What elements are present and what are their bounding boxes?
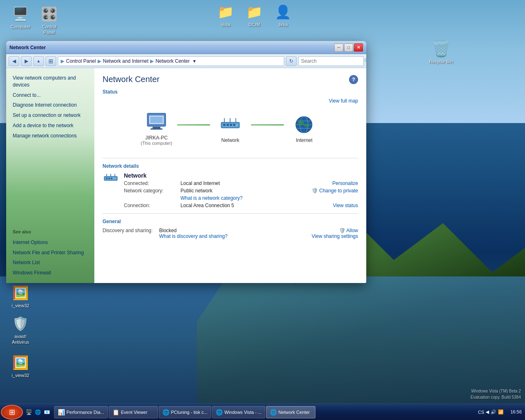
empty-cell-1 <box>271 195 358 201</box>
desktop-icon-iview2[interactable]: 🖼️ i_view32 <box>4 353 37 380</box>
desktop-icon-dcim[interactable]: 📁 DCIM <box>238 2 271 29</box>
window-title-text: Network Center <box>9 45 46 50</box>
breadcrumb-part3[interactable]: Network Center <box>155 58 189 64</box>
sidebar-link-file-printer[interactable]: Network File and Printer Sharing <box>6 248 94 258</box>
search-icon[interactable]: 🔍 <box>364 58 366 64</box>
breadcrumb-part1[interactable]: Control Panel <box>66 58 96 64</box>
personalize-link[interactable]: Personalize <box>271 180 358 186</box>
pctuning-icon: 🌐 <box>162 409 169 415</box>
back-button[interactable]: ◀ <box>9 56 19 66</box>
refresh-button[interactable]: ↻ <box>286 56 297 66</box>
breadcrumb-part2[interactable]: Network and Internet <box>103 58 148 64</box>
tray-volume[interactable]: 🔊 <box>491 409 496 415</box>
desktop-icon-recycle-bin[interactable]: 🗑️ Recycle Bin <box>425 39 457 66</box>
svg-rect-26 <box>111 178 112 179</box>
computer-icon: 🖥️ <box>12 6 29 22</box>
shield-icon-2: 🛡️ <box>339 228 345 233</box>
vista-label: vista <box>221 22 231 27</box>
start-button[interactable]: ⊞ <box>1 405 23 420</box>
connection-value: Local Area Connection 5 <box>180 203 268 208</box>
divider-1 <box>103 158 358 158</box>
taskbar-item-vista[interactable]: 🌐 Windows Vista - ... <box>212 406 265 418</box>
help-icon[interactable]: ? <box>349 75 358 84</box>
mail-btn[interactable]: 📧 <box>43 408 51 416</box>
network-task-label: Network Center <box>278 410 310 415</box>
what-is-category-link[interactable]: What is a network category? <box>180 195 268 201</box>
view-full-map-link[interactable]: View full map <box>329 98 358 104</box>
network-detail-table: Connected: Local and Internet Personaliz… <box>124 180 358 208</box>
desktop-icon-control-panel[interactable]: 🎛️ ControlPanel <box>33 4 66 37</box>
tray-icon-1: CS <box>478 410 484 415</box>
svg-rect-24 <box>106 178 107 179</box>
network-node-label: Network <box>221 137 239 143</box>
sidebar-link-diagnose[interactable]: Diagnose Internet connection <box>6 100 94 110</box>
vista-task-icon: 🌐 <box>216 409 223 415</box>
view-sharing-settings-link[interactable]: View sharing settings <box>260 233 358 239</box>
start-icon: ⊞ <box>9 408 15 417</box>
vista-task-label: Windows Vista - ... <box>224 410 262 415</box>
taskbar-item-perf[interactable]: 📊 Performance Dia... <box>54 406 108 418</box>
ie-btn[interactable]: 🌐 <box>34 408 42 416</box>
desktop-icon-iview[interactable]: 🖼️ i_view32 <box>4 283 37 310</box>
change-to-private-link[interactable]: 🛡️ Change to private <box>271 188 358 194</box>
address-field[interactable]: ▶ Control Panel ▶ Network and Internet ▶… <box>58 56 284 66</box>
minimize-button[interactable]: ─ <box>334 43 343 52</box>
sidebar-link-internet-options[interactable]: Internet Options <box>6 237 94 248</box>
sidebar-link-add-device[interactable]: Add a device to the network <box>6 121 94 131</box>
network-center-window: Network Center ─ □ ✕ ◀ ▶ ▲ ⊞ ▶ Control P… <box>6 41 366 283</box>
maximize-button[interactable]: □ <box>344 43 353 52</box>
general-label: General <box>103 219 358 224</box>
address-bar-container: ◀ ▶ ▲ ⊞ ▶ Control Panel ▶ Network and In… <box>6 54 366 68</box>
breadcrumb-dropdown[interactable]: ▾ <box>193 58 196 64</box>
taskbar-clock[interactable]: 16:56 <box>507 409 525 415</box>
svg-rect-11 <box>233 124 235 126</box>
tray-network[interactable]: 📶 <box>498 409 504 415</box>
network-detail-row: Network Connected: Local and Internet Pe… <box>103 172 358 208</box>
what-is-discovery-link[interactable]: What is discovery and sharing? <box>159 233 257 239</box>
network-detail-info: Network Connected: Local and Internet Pe… <box>124 172 358 208</box>
close-button[interactable]: ✕ <box>354 43 363 52</box>
perf-label: Performance Dia... <box>66 410 104 415</box>
desktop-icon-computer[interactable]: 🖥️ Computer <box>4 4 37 31</box>
svg-rect-25 <box>108 178 110 179</box>
avast-icon: 🛡️ <box>12 315 29 332</box>
category-value: Public network <box>180 188 268 194</box>
forward-button[interactable]: ▶ <box>21 56 32 66</box>
main-title: Network Center <box>103 75 160 84</box>
jirka-label: Jirka <box>278 22 288 27</box>
discovery-actions: 🛡️ Allow View sharing settings <box>260 228 358 239</box>
taskbar-items: 📊 Performance Dia... 📋 Event Viewer 🌐 PC… <box>52 404 475 420</box>
event-label: Event Viewer <box>121 410 148 415</box>
discovery-key: Discovery and sharing: <box>103 228 156 239</box>
iview2-icon: 🖼️ <box>12 354 29 371</box>
svg-rect-10 <box>230 124 232 126</box>
up-button[interactable]: ▲ <box>33 56 44 66</box>
taskbar-item-pctuning[interactable]: 🌐 PCtuning - tisk c... <box>159 406 211 418</box>
allow-link[interactable]: 🛡️ Allow <box>260 228 358 233</box>
search-input[interactable] <box>301 58 363 64</box>
sidebar-link-view-computers[interactable]: View network computers and devices <box>6 73 94 90</box>
view-status-link[interactable]: View status <box>271 203 358 208</box>
computer-node-sublabel: (This computer) <box>141 141 172 146</box>
taskbar-item-network-center[interactable]: 🌐 Network Center <box>266 406 315 418</box>
network-net-icon <box>218 114 243 135</box>
sidebar-link-manage[interactable]: Manage network connections <box>6 131 94 141</box>
sidebar-link-setup[interactable]: Set up a connection or network <box>6 110 94 121</box>
sidebar-link-firewall[interactable]: Windows Firewall <box>6 268 94 278</box>
main-content: Network Center ? Status View full map <box>94 68 366 283</box>
allow-text: Allow <box>346 228 358 233</box>
internet-net-icon <box>292 114 317 135</box>
taskbar-item-event[interactable]: 📋 Event Viewer <box>109 406 158 418</box>
desktop-icon-avast[interactable]: 🛡️ avast!Antivirus <box>4 314 37 347</box>
change-to-private-text: Change to private <box>319 188 358 194</box>
desktop-icon-vista[interactable]: 📁 vista <box>209 2 242 29</box>
sidebar-link-connect[interactable]: Connect to... <box>6 90 94 100</box>
desktop-icon-jirka[interactable]: 👤 Jirka <box>267 2 299 29</box>
show-desktop-btn[interactable]: 🖥️ <box>25 408 33 416</box>
network-detail-name: Network <box>124 172 358 179</box>
network-diagram: JIRKA-PC (This computer) <box>103 108 358 150</box>
recycle-bin-label: Recycle Bin <box>429 59 453 64</box>
sidebar-link-network-list[interactable]: Network List <box>6 258 94 268</box>
search-box: 🔍 <box>298 56 364 66</box>
dcim-folder-icon: 📁 <box>246 4 262 20</box>
